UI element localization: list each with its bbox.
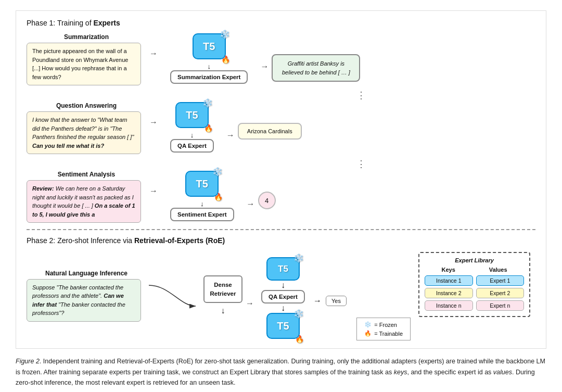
arrow-to-yes: → — [313, 296, 322, 306]
sentiment-expert-box: Sentiment Expert — [170, 208, 234, 221]
arrow2: → — [260, 62, 269, 71]
arrow-dr-to-qa: → — [246, 299, 254, 308]
phase2-qa-expert-box: QA Expert — [261, 290, 305, 304]
dots-2: ⋮ — [27, 159, 535, 169]
summarization-expert-box: Summarization Expert — [170, 70, 248, 84]
dense-retriever-group: DenseRetriever ↓ — [203, 275, 242, 315]
arrow3: → — [149, 118, 158, 127]
summarization-output: Graffiti artist Banksy is believed to be… — [272, 54, 360, 82]
qa-output-text: Arizona Cardinals — [247, 128, 292, 134]
dense-retriever-box: DenseRetriever — [203, 275, 242, 302]
frozen-label: = Frozen — [374, 322, 397, 328]
trainable-legend-item: 🔥 = Trainable — [364, 330, 403, 337]
snowflake-legend-icon: ❄️ — [364, 321, 372, 328]
phase2-container: Phase 2: Zero-shot Inference via Retriev… — [27, 236, 535, 340]
qa-input-text: I know that the answer to "What team did… — [32, 117, 134, 149]
t5-summarization: T5 ❄️ 🔥 ↓ Summarization Expert — [170, 33, 248, 84]
qa-row: Question Answering I know that the answe… — [27, 102, 535, 154]
phase2-title: Phase 2: Zero-shot Inference via Retriev… — [27, 236, 535, 245]
phase2-flow: Natural Language Inference Suppose "The … — [27, 252, 535, 339]
phase2-expert-stack: T5 ❄️ ↓ QA Expert ↓ T5 ❄️ 🔥 — [257, 257, 309, 339]
main-diagram: Phase 1: Training of Experts Summarizati… — [16, 10, 546, 349]
dots-1: ⋮ — [27, 91, 535, 100]
arrow-down-3: ↓ — [200, 200, 204, 208]
nli-group: Natural Language Inference Suppose "The … — [27, 270, 146, 322]
flame-icon-1: 🔥 — [221, 55, 230, 64]
figure-caption: Figure 2. Independent training and Retri… — [16, 356, 546, 388]
arrow5: → — [149, 186, 158, 196]
summarization-label: Summarization — [27, 33, 146, 41]
flame-icon-p2: 🔥 — [295, 335, 304, 343]
arrow-down-dr: ↓ — [221, 306, 225, 315]
frozen-legend-item: ❄️ = Frozen — [364, 321, 403, 328]
sentiment-row: Sentiment Analysis Review: We can here o… — [27, 171, 535, 223]
flame-legend-icon: 🔥 — [364, 330, 372, 337]
summarization-input-text: The picture appeared on the wall of a Po… — [32, 48, 128, 80]
t5-box-phase2-top: T5 ❄️ — [266, 257, 300, 281]
t5-qa: T5 ❄️ 🔥 ↓ QA Expert — [170, 102, 214, 153]
sentiment-output: 4 — [258, 192, 276, 209]
t5-box-1: T5 ❄️ 🔥 — [193, 33, 226, 59]
nli-input-text: Suppose "The banker contacted the profes… — [32, 284, 125, 317]
nli-input: Suppose "The banker contacted the profes… — [27, 279, 141, 322]
sentiment-output-text: 4 — [265, 197, 269, 205]
t5-box-phase2-bottom: T5 ❄️ 🔥 — [266, 313, 300, 339]
arrow-down-expert: ↓ — [281, 304, 285, 313]
t5-box-2: T5 ❄️ 🔥 — [175, 102, 209, 128]
phase-separator — [27, 229, 535, 230]
t5-phase2-top: T5 ❄️ — [266, 257, 300, 281]
summarization-row: Summarization The picture appeared on th… — [27, 33, 535, 85]
sentiment-input-text: Review: We can here on a Saturday night … — [32, 185, 135, 218]
summarization-group: Summarization The picture appeared on th… — [27, 33, 146, 85]
qa-input: I know that the answer to "What team did… — [27, 111, 141, 154]
yes-output-group: → Yes — [313, 296, 347, 306]
t5-phase2-bottom: T5 ❄️ 🔥 — [266, 313, 300, 339]
nli-label: Natural Language Inference — [27, 270, 146, 277]
qa-group: Question Answering I know that the answe… — [27, 102, 146, 154]
sentiment-input: Review: We can here on a Saturday night … — [27, 180, 141, 223]
flame-icon-3: 🔥 — [214, 193, 223, 201]
snowflake-icon-p2-2: ❄️ — [293, 309, 304, 319]
t5-sentiment: T5 ❄️ 🔥 ↓ Sentiment Expert — [170, 171, 234, 221]
flame-icon-2: 🔥 — [204, 124, 213, 132]
arrow4: → — [226, 131, 235, 140]
snowflake-icon-p2-1: ❄️ — [293, 253, 304, 263]
phase1-title: Phase 1: Training of Experts — [27, 19, 535, 27]
arrow-down-t5-top: ↓ — [281, 281, 285, 290]
qa-label: Question Answering — [27, 102, 146, 109]
snowflake-icon-2: ❄️ — [202, 98, 213, 108]
caption-figure: Figure 2. Independent training and Retri… — [16, 358, 545, 386]
legend: ❄️ = Frozen 🔥 = Trainable — [356, 318, 411, 340]
snowflake-icon-1: ❄️ — [220, 29, 230, 39]
summarization-input: The picture appeared on the wall of a Po… — [27, 43, 141, 85]
summarization-output-text: Graffiti artist Banksy is believed to be… — [282, 60, 350, 75]
arrow-down-1: ↓ — [207, 62, 211, 70]
qa-output: Arizona Cardinals — [238, 123, 302, 140]
t5-box-3: T5 ❄️ 🔥 — [185, 171, 219, 197]
trainable-label: = Trainable — [374, 331, 403, 337]
arrow-down-2: ↓ — [190, 131, 194, 139]
qa-expert-box: QA Expert — [170, 139, 214, 153]
sentiment-group: Sentiment Analysis Review: We can here o… — [27, 171, 146, 223]
sentiment-label: Sentiment Analysis — [27, 171, 146, 178]
curved-arrow-svg — [149, 275, 201, 317]
arrow6: → — [247, 199, 255, 209]
arrow1: → — [149, 49, 158, 58]
yes-output: Yes — [326, 296, 347, 306]
snowflake-icon-3: ❄️ — [212, 167, 223, 176]
